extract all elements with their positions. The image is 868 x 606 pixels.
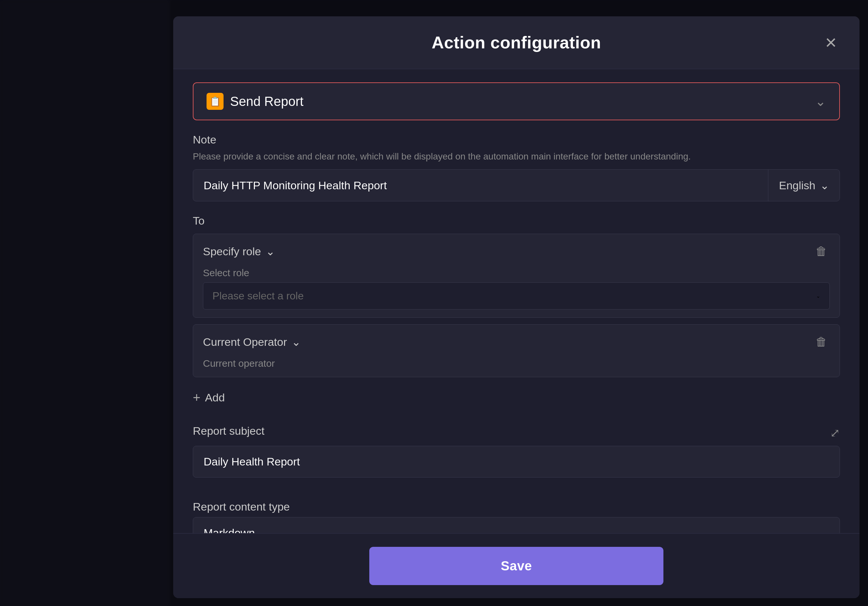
send-report-left: 📋 Send Report: [206, 93, 304, 110]
modal-title: Action configuration: [432, 33, 601, 52]
send-report-chevron-icon: ⌄: [815, 94, 826, 109]
language-chevron-icon: ⌄: [820, 179, 829, 192]
modal-body: 📋 Send Report ⌄ Note Please provide a co…: [173, 69, 860, 533]
current-operator-chevron-icon: ⌄: [291, 335, 301, 349]
content-type-dropdown[interactable]: Markdown ⌄: [193, 517, 840, 533]
add-plus-icon: +: [193, 390, 200, 405]
delete-recipient2-button[interactable]: 🗑: [813, 332, 830, 351]
select-role-label: Select role: [203, 267, 830, 279]
note-input-row: English ⌄: [193, 169, 840, 201]
role-dropdown[interactable]: Please select a role ⌄: [203, 282, 830, 310]
role-dropdown-placeholder: Please select a role: [212, 290, 304, 302]
to-field-group: To Specify role ⌄ 🗑 Select role Please s…: [193, 214, 840, 412]
report-content-type-field-group: Report content type Markdown ⌄: [193, 501, 840, 533]
modal-footer: Save: [173, 533, 860, 598]
to-label: To: [193, 214, 840, 227]
action-configuration-modal: Action configuration × 📋 Send Report ⌄ N…: [173, 16, 860, 598]
note-field-group: Note Please provide a concise and clear …: [193, 133, 840, 201]
modal-header: Action configuration ×: [173, 16, 860, 69]
report-subject-field-group: Report subject ⤢: [193, 425, 840, 487]
current-operator-type-selector[interactable]: Current Operator ⌄: [203, 335, 301, 349]
delete-recipient1-button[interactable]: 🗑: [813, 242, 830, 261]
recipient-specify-role-block: Specify role ⌄ 🗑 Select role Please sele…: [193, 234, 840, 318]
role-dropdown-chevron-icon: ⌄: [816, 293, 820, 299]
language-label: English: [779, 179, 815, 192]
send-report-icon: 📋: [206, 93, 223, 110]
report-subject-expand-icon[interactable]: ⤢: [830, 426, 840, 440]
add-recipient-button[interactable]: + Add: [193, 384, 225, 412]
note-sublabel: Please provide a concise and clear note,…: [193, 150, 840, 163]
send-report-label: Send Report: [230, 94, 304, 109]
recipient-current-operator-block: Current Operator ⌄ 🗑 Current operator: [193, 324, 840, 377]
current-operator-type-label: Current Operator: [203, 336, 287, 349]
current-operator-sublabel: Current operator: [203, 358, 830, 369]
language-selector[interactable]: English ⌄: [768, 170, 840, 201]
report-subject-label: Report subject: [193, 425, 264, 437]
add-label: Add: [205, 391, 225, 404]
recipient-current-operator-header: Current Operator ⌄ 🗑: [203, 332, 830, 351]
note-label: Note: [193, 133, 840, 146]
recipient-type-label: Specify role: [203, 245, 261, 258]
recipient-specify-role-header: Specify role ⌄ 🗑: [203, 242, 830, 261]
content-type-chevron-icon: ⌄: [825, 530, 829, 533]
recipient-type-chevron-icon: ⌄: [266, 245, 275, 258]
save-button[interactable]: Save: [369, 547, 663, 585]
recipient-type-selector[interactable]: Specify role ⌄: [203, 245, 275, 258]
modal-close-button[interactable]: ×: [822, 29, 840, 56]
send-report-header[interactable]: 📋 Send Report ⌄: [193, 82, 840, 120]
report-subject-header: Report subject ⤢: [193, 425, 840, 441]
content-type-value: Markdown: [204, 527, 255, 533]
report-subject-input[interactable]: [193, 446, 840, 477]
note-input[interactable]: [193, 170, 768, 201]
report-content-type-label: Report content type: [193, 501, 840, 513]
